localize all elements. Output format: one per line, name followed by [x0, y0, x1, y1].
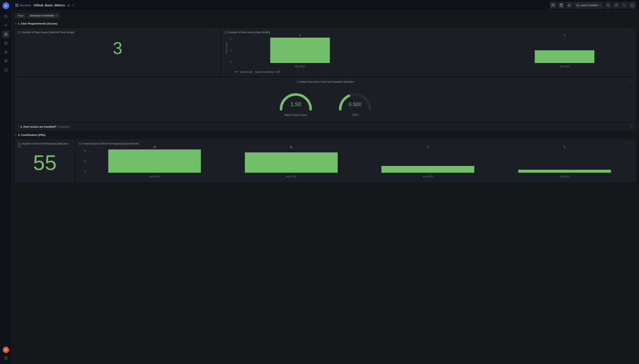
bar-label-jul2022: 1: [564, 34, 565, 36]
y-min: 0: [230, 60, 232, 63]
panel-3-1-title: 3.1 Number of New Pull Requests [Selecte…: [18, 142, 72, 148]
svg-point-48: [632, 127, 632, 127]
section1-row2: 1.3 Mean New Issue Count and Standard De…: [15, 78, 636, 121]
panel-1-1-value: 3: [18, 36, 217, 61]
svg-text:G: G: [5, 4, 7, 8]
section2-header[interactable]: › 2. How issues are handled? (6 panels): [16, 123, 636, 130]
bar-label-jun2022-pr: 7: [427, 146, 428, 148]
gauge-std-svg: 0.500: [336, 89, 374, 112]
y-axis-title: Issue Count: [226, 42, 228, 54]
gauge-mean-svg: 1.50: [277, 89, 315, 112]
y-axis-3-2: 20 10 0: [79, 150, 87, 173]
plus-icon[interactable]: [2, 22, 10, 29]
bar-label-apr2022: 24: [154, 146, 156, 148]
compass-icon[interactable]: [2, 39, 10, 47]
repo-filter-select[interactable]: devstream-io/website: [28, 13, 60, 18]
bar-chart-bars: 2 1: [234, 38, 631, 63]
y-max: 2: [230, 38, 232, 40]
svg-rect-7: [6, 33, 8, 34]
section-issues-handled: › 2. How issues are handled? (6 panels): [15, 123, 636, 130]
gear-icon[interactable]: [2, 57, 10, 65]
x-label-may2022: May 2022: [234, 65, 366, 68]
topbar: General / Github_Basic_Metrics: [12, 0, 639, 10]
panel-3-2-menu[interactable]: ⋮⋮: [627, 142, 633, 145]
zoom-out-button[interactable]: [605, 2, 612, 9]
svg-point-12: [5, 60, 6, 62]
panel-3-2: 3.2 Total Number of New Pull Requests [E…: [76, 140, 636, 182]
y3-max: 20: [84, 150, 86, 152]
section2-title: 2. How issues are handled?: [20, 125, 56, 128]
panel-1-2: 1.2 Number of New Issues [Each Month] 2 …: [222, 28, 636, 76]
svg-rect-8: [4, 34, 6, 36]
x-label-may2022-pr: May 2022: [225, 175, 357, 178]
save-button[interactable]: [558, 2, 564, 9]
section3-row1: 3.1 Number of New Pull Requests [Selecte…: [15, 140, 636, 182]
gauge-mean: 1.50 Mean Issue Count: [277, 87, 315, 118]
repo-filter-value: devstream-io/website: [30, 14, 54, 17]
section1-collapse-icon: ▾: [15, 22, 16, 25]
panel-3-1-menu[interactable]: ⋮⋮: [66, 142, 72, 145]
shield-icon[interactable]: [2, 66, 10, 74]
breadcrumb-page: Github_Basic_Metrics: [34, 4, 65, 7]
section3-title: 3. Contribution (PRs): [18, 134, 46, 136]
tv-mode-button[interactable]: [629, 2, 636, 9]
panel-1-2-menu[interactable]: ⋮⋮: [627, 30, 633, 34]
clock-icon: [576, 4, 579, 7]
svg-text:0.500: 0.500: [349, 102, 361, 107]
svg-point-45: [630, 126, 631, 126]
y3-10: 10: [84, 160, 86, 162]
settings-button[interactable]: [566, 2, 572, 9]
bell-icon[interactable]: [2, 48, 10, 56]
panel-3-1: 3.1 Number of New Pull Requests [Selecte…: [15, 140, 74, 182]
x-label-jul2022: July 2022: [498, 65, 631, 68]
section1-header[interactable]: ▾ 1. User Requirements (Issues): [15, 21, 636, 26]
svg-line-24: [72, 4, 74, 5]
y3-min: 0: [85, 170, 86, 173]
svg-rect-15: [16, 4, 17, 5]
section-user-requirements: ▾ 1. User Requirements (Issues) 1.1 Numb…: [15, 21, 636, 121]
y-mid: 1: [230, 49, 232, 52]
dashboard-icon[interactable]: [2, 30, 10, 38]
avatar[interactable]: H: [3, 347, 9, 353]
chevron-dropdown-button[interactable]: [621, 2, 628, 9]
svg-rect-18: [17, 6, 18, 7]
legend-line-icon: [235, 72, 238, 72]
repo-filter-label: Repo: [15, 13, 26, 18]
svg-line-36: [578, 5, 578, 6]
app-logo[interactable]: G: [2, 2, 10, 9]
search-icon[interactable]: [2, 13, 10, 20]
svg-point-2: [4, 15, 7, 18]
svg-point-21: [72, 5, 72, 6]
panel-1-2-title: 1.2 Number of New Issues [Each Month]: [224, 31, 633, 34]
svg-text:?: ?: [5, 357, 6, 359]
time-range-button[interactable]: Last 6 months: [574, 2, 604, 9]
add-panel-button[interactable]: [550, 2, 556, 9]
star-icon[interactable]: [67, 4, 70, 7]
repo-dropdown-icon: [55, 14, 57, 17]
share-icon[interactable]: [72, 4, 75, 7]
svg-rect-32: [560, 6, 562, 6]
svg-line-3: [6, 17, 8, 18]
svg-rect-31: [560, 4, 562, 5]
bar-group-apr2022: 24: [88, 150, 221, 173]
panel-1-3-menu[interactable]: ⋮⋮: [627, 80, 633, 83]
bar-chart-3-2-bars: 24 21: [88, 150, 631, 173]
breadcrumb-home[interactable]: General: [20, 4, 30, 7]
svg-rect-27: [552, 5, 552, 7]
panel-3-1-value: 55: [18, 150, 72, 175]
help-icon[interactable]: ?: [2, 354, 10, 362]
refresh-button[interactable]: [613, 2, 620, 9]
section1-title: 1. User Requirements (Issues): [18, 22, 57, 25]
section3-header[interactable]: ▾ 3. Contribution (PRs): [15, 132, 636, 138]
svg-rect-6: [4, 33, 6, 34]
dashboard-content: Repo devstream-io/website ▾ 1. User Requ…: [12, 10, 639, 364]
bar-jul2022-pr: [518, 170, 611, 173]
panel-1-1-menu[interactable]: ⋮⋮: [212, 30, 218, 34]
x-label-apr2022: April 2022: [88, 175, 221, 178]
gauge-std: 0.500 STD: [336, 87, 374, 118]
x-label-jun2022-pr: June 2022: [362, 175, 494, 178]
svg-point-46: [632, 126, 632, 126]
x-axis-labels-3-2: April 2022 May 2022 June 2022 July 2022: [88, 175, 631, 178]
svg-point-22: [74, 6, 74, 6]
gauge-mean-label: Mean Issue Count: [284, 113, 307, 116]
